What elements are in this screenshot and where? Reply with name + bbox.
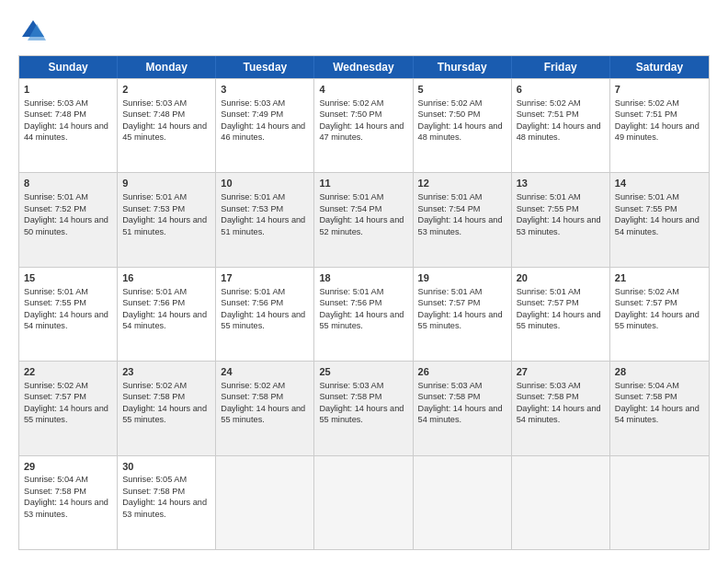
day-number: 1 bbox=[24, 83, 112, 97]
daylight-label: Daylight: 14 hours and 53 minutes. bbox=[24, 498, 108, 518]
calendar-cell: 1Sunrise: 5:03 AMSunset: 7:48 PMDaylight… bbox=[19, 79, 118, 172]
calendar-cell: 7Sunrise: 5:02 AMSunset: 7:51 PMDaylight… bbox=[610, 79, 709, 172]
sunrise-label: Sunrise: 5:01 AM bbox=[24, 192, 88, 201]
day-number: 26 bbox=[418, 365, 506, 379]
sunset-label: Sunset: 7:55 PM bbox=[24, 298, 86, 307]
daylight-label: Daylight: 14 hours and 55 minutes. bbox=[221, 310, 305, 330]
day-number: 17 bbox=[221, 271, 309, 285]
sunset-label: Sunset: 7:58 PM bbox=[319, 392, 381, 401]
calendar-row-0: 1Sunrise: 5:03 AMSunset: 7:48 PMDaylight… bbox=[19, 78, 709, 172]
sunrise-label: Sunrise: 5:03 AM bbox=[517, 381, 581, 390]
sunset-label: Sunset: 7:58 PM bbox=[221, 392, 283, 401]
daylight-label: Daylight: 14 hours and 53 minutes. bbox=[122, 498, 207, 518]
day-number: 12 bbox=[418, 177, 506, 190]
day-number: 6 bbox=[517, 83, 605, 97]
daylight-label: Daylight: 14 hours and 49 minutes. bbox=[615, 121, 700, 142]
calendar-cell: 18Sunrise: 5:01 AMSunset: 7:56 PMDayligh… bbox=[314, 268, 413, 361]
day-number: 18 bbox=[319, 271, 407, 285]
sunrise-label: Sunrise: 5:04 AM bbox=[24, 475, 88, 484]
daylight-label: Daylight: 14 hours and 54 minutes. bbox=[615, 215, 700, 236]
sunrise-label: Sunrise: 5:02 AM bbox=[615, 287, 679, 296]
sunrise-label: Sunrise: 5:01 AM bbox=[418, 287, 483, 296]
day-header-sunday: Sunday bbox=[19, 56, 118, 78]
day-number: 24 bbox=[221, 365, 309, 379]
calendar-cell: 15Sunrise: 5:01 AMSunset: 7:55 PMDayligh… bbox=[19, 268, 118, 361]
calendar-cell: 28Sunrise: 5:04 AMSunset: 7:58 PMDayligh… bbox=[610, 362, 709, 454]
calendar-cell: 17Sunrise: 5:01 AMSunset: 7:56 PMDayligh… bbox=[216, 268, 314, 361]
sunset-label: Sunset: 7:58 PM bbox=[418, 392, 481, 401]
sunset-label: Sunset: 7:55 PM bbox=[517, 204, 579, 213]
day-number: 28 bbox=[615, 365, 704, 379]
page: SundayMondayTuesdayWednesdayThursdayFrid… bbox=[0, 0, 728, 563]
header bbox=[18, 17, 710, 46]
day-number: 16 bbox=[122, 271, 210, 285]
sunset-label: Sunset: 7:56 PM bbox=[122, 298, 185, 307]
day-number: 5 bbox=[418, 83, 506, 97]
calendar-cell: 30Sunrise: 5:05 AMSunset: 7:58 PMDayligh… bbox=[118, 456, 216, 549]
sunrise-label: Sunrise: 5:02 AM bbox=[221, 381, 285, 390]
sunrise-label: Sunrise: 5:01 AM bbox=[122, 287, 187, 296]
day-header-thursday: Thursday bbox=[414, 56, 512, 78]
sunrise-label: Sunrise: 5:03 AM bbox=[418, 381, 483, 390]
day-number: 30 bbox=[122, 460, 210, 474]
sunset-label: Sunset: 7:58 PM bbox=[615, 392, 677, 401]
day-number: 7 bbox=[615, 83, 704, 97]
sunset-label: Sunset: 7:51 PM bbox=[517, 109, 579, 119]
sunrise-label: Sunrise: 5:01 AM bbox=[221, 287, 285, 296]
sunset-label: Sunset: 7:58 PM bbox=[24, 487, 86, 496]
sunrise-label: Sunrise: 5:03 AM bbox=[122, 98, 187, 108]
daylight-label: Daylight: 14 hours and 55 minutes. bbox=[221, 404, 305, 424]
sunrise-label: Sunrise: 5:01 AM bbox=[517, 287, 581, 296]
sunrise-label: Sunrise: 5:01 AM bbox=[319, 287, 383, 296]
calendar-cell: 8Sunrise: 5:01 AMSunset: 7:52 PMDaylight… bbox=[19, 173, 118, 266]
sunrise-label: Sunrise: 5:01 AM bbox=[418, 192, 483, 201]
daylight-label: Daylight: 14 hours and 55 minutes. bbox=[418, 310, 503, 330]
sunrise-label: Sunrise: 5:02 AM bbox=[615, 98, 679, 108]
calendar-row-2: 15Sunrise: 5:01 AMSunset: 7:55 PMDayligh… bbox=[19, 267, 709, 361]
day-number: 8 bbox=[24, 177, 112, 190]
calendar-cell: 11Sunrise: 5:01 AMSunset: 7:54 PMDayligh… bbox=[314, 173, 413, 266]
calendar-cell: 4Sunrise: 5:02 AMSunset: 7:50 PMDaylight… bbox=[314, 79, 413, 172]
sunrise-label: Sunrise: 5:05 AM bbox=[122, 475, 187, 484]
logo bbox=[18, 17, 51, 46]
daylight-label: Daylight: 14 hours and 47 minutes. bbox=[319, 121, 404, 142]
day-number: 25 bbox=[319, 365, 407, 379]
daylight-label: Daylight: 14 hours and 46 minutes. bbox=[221, 121, 305, 142]
sunset-label: Sunset: 7:57 PM bbox=[24, 392, 86, 401]
sunrise-label: Sunrise: 5:01 AM bbox=[319, 192, 383, 201]
logo-icon bbox=[18, 17, 48, 46]
sunrise-label: Sunrise: 5:02 AM bbox=[418, 98, 483, 108]
calendar-cell: 3Sunrise: 5:03 AMSunset: 7:49 PMDaylight… bbox=[216, 79, 314, 172]
sunset-label: Sunset: 7:57 PM bbox=[418, 298, 481, 307]
daylight-label: Daylight: 14 hours and 55 minutes. bbox=[517, 310, 601, 330]
sunset-label: Sunset: 7:57 PM bbox=[517, 298, 579, 307]
calendar-cell bbox=[414, 456, 512, 549]
sunset-label: Sunset: 7:52 PM bbox=[24, 204, 86, 213]
sunrise-label: Sunrise: 5:03 AM bbox=[221, 98, 285, 108]
calendar-cell: 24Sunrise: 5:02 AMSunset: 7:58 PMDayligh… bbox=[216, 362, 314, 454]
sunrise-label: Sunrise: 5:02 AM bbox=[517, 98, 581, 108]
calendar-cell: 21Sunrise: 5:02 AMSunset: 7:57 PMDayligh… bbox=[610, 268, 709, 361]
sunset-label: Sunset: 7:56 PM bbox=[221, 298, 283, 307]
daylight-label: Daylight: 14 hours and 53 minutes. bbox=[517, 215, 601, 236]
calendar-cell: 16Sunrise: 5:01 AMSunset: 7:56 PMDayligh… bbox=[118, 268, 216, 361]
daylight-label: Daylight: 14 hours and 54 minutes. bbox=[615, 404, 700, 424]
sunset-label: Sunset: 7:57 PM bbox=[615, 298, 677, 307]
calendar-cell bbox=[314, 456, 413, 549]
day-header-monday: Monday bbox=[118, 56, 216, 78]
daylight-label: Daylight: 14 hours and 55 minutes. bbox=[615, 310, 700, 330]
daylight-label: Daylight: 14 hours and 54 minutes. bbox=[122, 310, 207, 330]
daylight-label: Daylight: 14 hours and 51 minutes. bbox=[221, 215, 305, 236]
sunset-label: Sunset: 7:48 PM bbox=[24, 109, 86, 119]
day-number: 22 bbox=[24, 365, 112, 379]
sunrise-label: Sunrise: 5:02 AM bbox=[319, 98, 383, 108]
sunset-label: Sunset: 7:49 PM bbox=[221, 109, 283, 119]
daylight-label: Daylight: 14 hours and 54 minutes. bbox=[517, 404, 601, 424]
calendar-cell: 20Sunrise: 5:01 AMSunset: 7:57 PMDayligh… bbox=[512, 268, 610, 361]
calendar-cell: 27Sunrise: 5:03 AMSunset: 7:58 PMDayligh… bbox=[512, 362, 610, 454]
day-header-tuesday: Tuesday bbox=[216, 56, 314, 78]
calendar-cell: 29Sunrise: 5:04 AMSunset: 7:58 PMDayligh… bbox=[19, 456, 118, 549]
sunrise-label: Sunrise: 5:03 AM bbox=[319, 381, 383, 390]
calendar-cell: 14Sunrise: 5:01 AMSunset: 7:55 PMDayligh… bbox=[610, 173, 709, 266]
daylight-label: Daylight: 14 hours and 54 minutes. bbox=[418, 404, 503, 424]
